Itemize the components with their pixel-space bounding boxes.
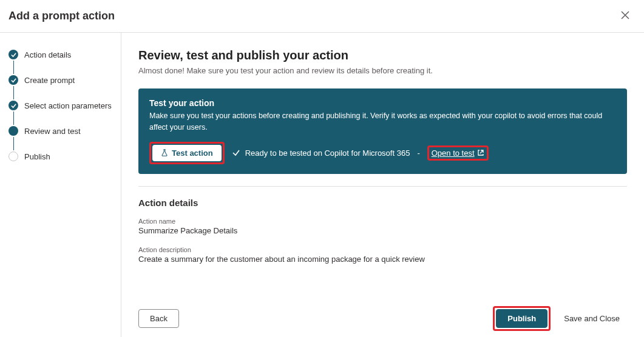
step-label: Select action parameters [24, 101, 112, 110]
close-button[interactable] [619, 8, 632, 24]
action-name-label: Action name [138, 218, 627, 225]
highlight-test-action: Test action [149, 142, 225, 164]
highlight-open-to-test: Open to test [427, 145, 489, 161]
ready-status-text: Ready to be tested on Copilot for Micros… [245, 148, 410, 158]
ready-status: Ready to be tested on Copilot for Micros… [232, 148, 410, 158]
check-icon [8, 75, 18, 85]
check-icon [8, 101, 18, 110]
highlight-publish: Publish [493, 306, 551, 331]
action-description-value: Create a summary for the customer about … [138, 255, 627, 264]
back-button[interactable]: Back [138, 309, 179, 328]
separator: - [417, 148, 419, 158]
modal-title: Add a prompt action [8, 10, 115, 22]
step-label: Action details [24, 50, 71, 59]
open-to-test-link[interactable]: Open to test [432, 148, 484, 158]
step-publish[interactable]: Publish [8, 152, 115, 177]
modal-header: Add a prompt action [0, 0, 644, 33]
main-panel: Review, test and publish your action Alm… [121, 33, 644, 337]
page-title: Review, test and publish your action [138, 48, 627, 62]
current-step-icon [8, 126, 18, 136]
publish-button[interactable]: Publish [496, 309, 547, 328]
step-review-and-test[interactable]: Review and test [8, 126, 115, 152]
test-action-button-label: Test action [172, 148, 213, 158]
check-icon [232, 148, 240, 157]
step-select-action-parameters[interactable]: Select action parameters [8, 101, 115, 126]
test-panel-description: Make sure you test your actions before c… [149, 110, 616, 133]
close-icon [621, 11, 629, 19]
wizard-steps-sidebar: Action details Create prompt Select acti… [0, 33, 121, 337]
divider [138, 186, 627, 187]
step-label: Create prompt [24, 76, 75, 85]
action-name-value: Summarize Package Details [138, 226, 627, 235]
footer-bar: Back Publish Save and Close [138, 298, 627, 337]
flask-icon [161, 149, 168, 156]
step-create-prompt[interactable]: Create prompt [8, 75, 115, 101]
action-details-heading: Action details [138, 198, 627, 208]
check-icon [8, 50, 18, 59]
step-action-details[interactable]: Action details [8, 50, 115, 75]
future-step-icon [8, 152, 18, 161]
step-label: Review and test [24, 127, 81, 136]
external-link-icon [477, 149, 484, 156]
open-to-test-label: Open to test [432, 148, 475, 158]
test-action-button[interactable]: Test action [152, 145, 222, 161]
test-panel-title: Test your action [149, 98, 616, 108]
page-subtitle: Almost done! Make sure you test your act… [138, 66, 627, 75]
step-label: Publish [24, 152, 50, 161]
test-action-row: Test action Ready to be tested on Copilo… [149, 142, 616, 164]
save-and-close-button[interactable]: Save and Close [557, 310, 627, 327]
action-description-label: Action description [138, 246, 627, 253]
test-action-panel: Test your action Make sure you test your… [138, 88, 627, 174]
